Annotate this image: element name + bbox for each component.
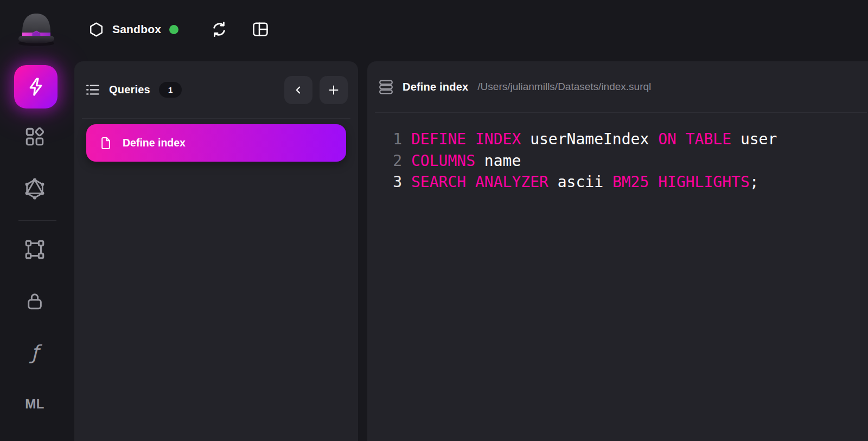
- editor-file-path: /Users/julianmills/Datasets/index.surql: [477, 81, 651, 93]
- collapse-panel-button[interactable]: [284, 76, 312, 104]
- code-line[interactable]: 2COLUMNS name: [367, 150, 868, 172]
- sidebar-item-authentication[interactable]: [22, 288, 48, 314]
- queries-panel-header: Queries 1: [74, 61, 358, 118]
- refresh-icon: [209, 20, 229, 39]
- sidebar-item-graphql[interactable]: [22, 176, 48, 202]
- new-query-button[interactable]: [320, 76, 348, 104]
- refresh-button[interactable]: [207, 17, 231, 41]
- ml-label: ML: [25, 397, 44, 412]
- queries-panel: Queries 1 Define index: [74, 61, 358, 441]
- query-list: Define index: [74, 119, 358, 167]
- document-icon: [99, 136, 113, 150]
- stack-icon: [378, 79, 394, 95]
- function-icon: ƒ: [31, 343, 39, 362]
- code-editor[interactable]: 1DEFINE INDEX userNameIndex ON TABLE use…: [367, 113, 868, 193]
- sidebar-divider: [18, 220, 56, 221]
- lightning-icon: [25, 76, 46, 97]
- line-number: 1: [367, 129, 402, 150]
- object-group-icon: [23, 238, 46, 261]
- toggle-panels-button[interactable]: [248, 17, 272, 41]
- instance-name: Sandbox: [112, 23, 161, 36]
- query-item-label: Define index: [123, 137, 186, 149]
- editor-panel-header: Define index /Users/julianmills/Datasets…: [367, 61, 868, 112]
- lock-icon: [24, 290, 46, 312]
- code-line[interactable]: 1DEFINE INDEX userNameIndex ON TABLE use…: [367, 129, 868, 150]
- plus-icon: [327, 84, 340, 97]
- code-text: SEARCH ANALYZER ascii BM25 HIGHLIGHTS;: [411, 171, 759, 193]
- chevron-left-icon: [292, 84, 304, 96]
- editor-title: Define index: [403, 81, 468, 93]
- sidebar-item-functions[interactable]: ƒ: [22, 340, 48, 366]
- code-text: COLUMNS name: [411, 150, 521, 172]
- layout-columns-icon: [251, 20, 270, 39]
- code-line[interactable]: 3SEARCH ANALYZER ascii BM25 HIGHLIGHTS;: [367, 171, 868, 193]
- queries-count-badge: 1: [159, 82, 182, 98]
- sidebar-item-explorer[interactable]: [22, 124, 48, 150]
- queries-title: Queries: [109, 84, 150, 96]
- sidebar-item-designer[interactable]: [22, 237, 48, 263]
- graphql-icon: [23, 177, 47, 201]
- query-list-item[interactable]: Define index: [86, 124, 346, 162]
- category-icon: [23, 125, 46, 148]
- surrealist-logo[interactable]: [14, 9, 59, 49]
- editor-panel: Define index /Users/julianmills/Datasets…: [367, 61, 868, 441]
- code-text: DEFINE INDEX userNameIndex ON TABLE user: [411, 129, 777, 150]
- hexagon-icon: [88, 22, 104, 37]
- sidebar-item-query[interactable]: [14, 65, 58, 108]
- instance-selector[interactable]: Sandbox: [88, 18, 178, 41]
- connection-status-dot: [169, 25, 178, 34]
- sidebar-item-models[interactable]: ML: [22, 391, 48, 417]
- line-number: 2: [367, 150, 402, 172]
- list-icon: [85, 82, 100, 98]
- line-number: 3: [367, 171, 402, 193]
